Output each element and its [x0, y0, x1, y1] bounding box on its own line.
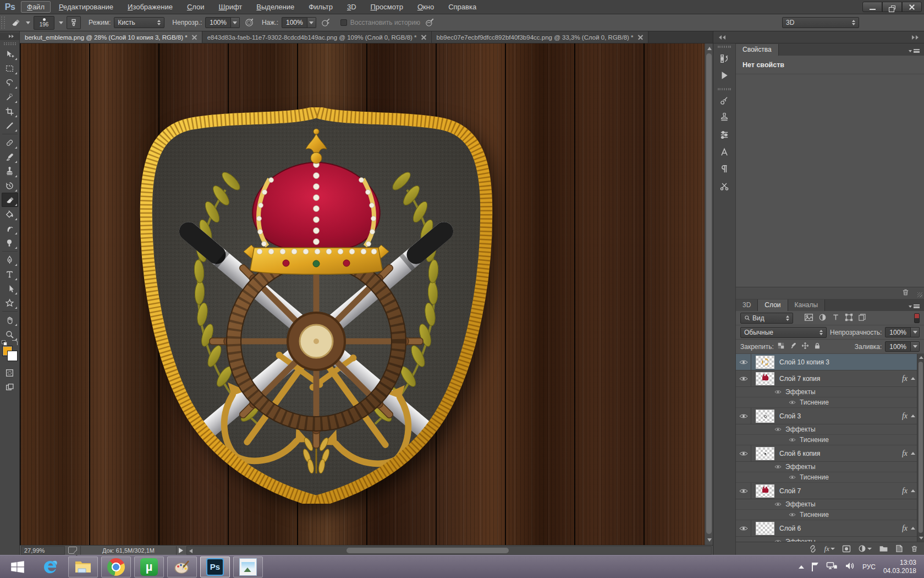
quick-selection-tool[interactable] [2, 90, 18, 104]
fx-badge[interactable]: fx [902, 449, 908, 458]
emboss-effect-row[interactable]: Тиснение [736, 397, 924, 408]
visibility-toggle[interactable] [736, 370, 751, 386]
panel-menu-icon[interactable] [909, 304, 920, 308]
swap-colors-icon[interactable] [12, 340, 18, 345]
custom-shape-tool[interactable] [2, 296, 18, 310]
mode-select[interactable]: Кисть [114, 17, 164, 28]
layer-thumbnail[interactable] [756, 372, 774, 385]
adjustments-panel-icon[interactable] [717, 128, 732, 141]
add-layer-style-icon[interactable]: fx [824, 544, 835, 553]
layer-thumbnail[interactable] [756, 410, 774, 423]
filtering-toggle[interactable] [914, 313, 920, 323]
tray-expand-icon[interactable] [799, 565, 804, 569]
new-layer-icon[interactable] [895, 544, 903, 553]
network-icon[interactable] [826, 561, 837, 572]
brush-dropdown-icon[interactable] [59, 21, 63, 24]
clock[interactable]: 13:0304.03.2018 [883, 559, 916, 575]
actions-panel-icon[interactable] [717, 69, 732, 82]
menu-image[interactable]: Изображение [122, 1, 179, 13]
pen-tool[interactable] [2, 253, 18, 267]
brush-tool[interactable] [2, 150, 18, 164]
collapse-effects-icon[interactable] [911, 452, 915, 455]
taskbar-paint[interactable] [167, 557, 197, 577]
effects-row[interactable]: Эффекты [736, 499, 924, 510]
history-brush-tool[interactable] [2, 178, 18, 193]
menu-layers[interactable]: Слои [181, 1, 211, 13]
canvas-horizontal-scrollbar[interactable] [186, 546, 712, 555]
layers-scroll-thumb[interactable] [919, 362, 923, 533]
clone-source-panel-icon[interactable] [717, 111, 732, 124]
layer-row[interactable]: Слой 6 fx [736, 520, 924, 537]
eraser-tool[interactable] [2, 193, 18, 207]
emboss-effect-row[interactable]: Тиснение [736, 472, 924, 483]
brush-panel-toggle[interactable] [67, 16, 81, 29]
status-scrub-icon[interactable] [68, 547, 77, 554]
lasso-tool[interactable] [2, 75, 18, 90]
lock-pixels-icon[interactable] [789, 342, 797, 351]
lock-transparency-icon[interactable] [777, 342, 785, 351]
start-button[interactable] [3, 557, 32, 577]
menu-file[interactable]: Файл [21, 1, 51, 13]
minimize-button[interactable] [862, 2, 882, 12]
crop-tool[interactable] [2, 104, 18, 118]
tab-properties[interactable]: Свойства [736, 44, 779, 56]
fx-badge[interactable]: fx [902, 374, 908, 383]
canvas-vertical-scrollbar[interactable] [705, 43, 713, 545]
clone-stamp-tool[interactable] [2, 164, 18, 178]
canvas-viewport[interactable] [20, 43, 713, 545]
menu-help[interactable]: Справка [442, 1, 482, 13]
visibility-toggle[interactable] [736, 483, 751, 499]
horizontal-scroll-thumb[interactable] [346, 548, 509, 553]
filter-pixel-layers-icon[interactable] [804, 313, 813, 323]
fx-badge[interactable]: fx [902, 524, 908, 533]
visibility-toggle[interactable] [736, 354, 751, 370]
layer-thumbnail[interactable] [756, 447, 774, 460]
effects-row[interactable]: Эффекты [736, 387, 924, 397]
restore-button[interactable] [882, 2, 902, 12]
character-panel-icon[interactable] [717, 145, 732, 159]
tab-channels[interactable]: Каналы [788, 299, 826, 311]
document-tab-2[interactable]: e843d83a-faeb-11e7-9302-8cdcd4b149ac.png… [202, 31, 432, 43]
panel-resize-grip[interactable] [917, 292, 922, 297]
scroll-up-icon[interactable] [919, 356, 923, 359]
pressure-size-icon[interactable] [424, 17, 436, 29]
taskbar-file-explorer[interactable] [68, 557, 98, 577]
screen-mode-toggle[interactable] [2, 380, 18, 394]
tab-close-icon[interactable] [638, 35, 643, 40]
default-colors-icon[interactable] [2, 340, 7, 345]
brush-size-picker[interactable]: 196 [34, 16, 54, 30]
tab-close-icon[interactable] [192, 35, 197, 40]
status-options-icon[interactable] [177, 546, 185, 555]
marquee-tool[interactable] [2, 61, 18, 75]
effects-row[interactable]: Эффекты [736, 462, 924, 472]
layer-row[interactable]: Слой 7 fx [736, 483, 924, 499]
taskbar-photo-viewer[interactable] [233, 557, 263, 577]
workspace-select[interactable]: 3D [782, 17, 859, 28]
restore-history-checkbox[interactable] [340, 19, 347, 26]
brush-presets-panel-icon[interactable] [717, 94, 732, 107]
lock-position-icon[interactable] [801, 342, 809, 351]
document-tab-3[interactable]: bb9ec07e7ecbf9dfcc892bf40f3b94cc.png @ 3… [432, 31, 648, 43]
delete-icon[interactable] [901, 288, 910, 298]
new-group-icon[interactable] [879, 545, 888, 553]
document-tab-1[interactable]: berkut_emblema.png @ 28% (Слой 10 копия … [20, 31, 202, 43]
move-tool[interactable] [2, 47, 18, 61]
hand-tool[interactable] [2, 313, 18, 327]
lock-all-icon[interactable] [813, 342, 821, 351]
collapse-dock-icon[interactable] [719, 35, 725, 40]
eyedropper-tool[interactable] [2, 118, 18, 133]
eraser-tool-preset-icon[interactable] [9, 17, 21, 29]
taskbar-internet-explorer[interactable] [35, 557, 65, 577]
background-color-swatch[interactable] [7, 351, 18, 361]
menu-window[interactable]: Окно [411, 1, 440, 13]
expand-dock-icon[interactable] [912, 35, 919, 40]
menu-3d[interactable]: 3D [341, 1, 362, 13]
fx-badge[interactable]: fx [902, 412, 908, 421]
collapse-effects-icon[interactable] [911, 415, 915, 417]
language-indicator[interactable]: РУС [862, 563, 876, 571]
tab-3d[interactable]: 3D [736, 299, 758, 311]
scroll-down-icon[interactable] [919, 537, 923, 539]
emboss-effect-row[interactable]: Тиснение [736, 510, 924, 520]
filter-smart-objects-icon[interactable] [858, 313, 866, 323]
opacity-field[interactable]: 100% [205, 17, 240, 28]
